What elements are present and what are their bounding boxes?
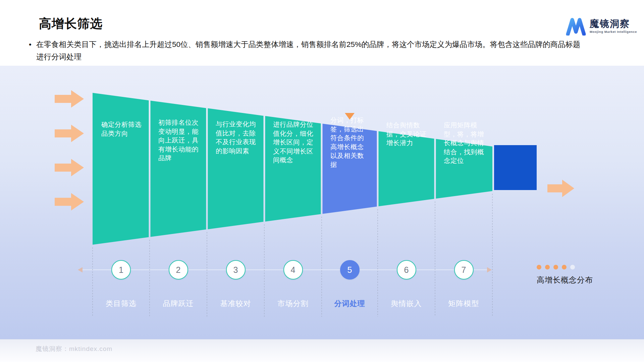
step-description-6: 结合舆情数据，交叉论证增长潜力 bbox=[386, 121, 427, 147]
step-description-7: 应用矩阵模型，将，将增长概念与舆情结合，找到概念定位 bbox=[444, 121, 484, 165]
step-circle-6: 6 bbox=[397, 260, 416, 280]
step-label-2: 品牌跃迁 bbox=[150, 299, 207, 309]
legend-dot-icon bbox=[562, 265, 567, 269]
input-arrow-icon bbox=[55, 159, 84, 176]
step-circle-4: 4 bbox=[283, 260, 303, 280]
legend-dot-icon bbox=[537, 265, 541, 269]
step-description-4: 进行品牌分位值化分，细化增长区间，定义不同增长区间概念 bbox=[273, 120, 314, 165]
step-label-3: 基准较对 bbox=[207, 299, 264, 309]
legend-dots bbox=[537, 265, 593, 270]
step-description-3: 与行业变化均值比对，去除不及行业表现的影响因素 bbox=[216, 120, 256, 155]
step-label-4: 市场分割 bbox=[265, 299, 322, 309]
concept-distribution-legend: 高增长概念分布 bbox=[537, 265, 593, 285]
step-circle-7: 7 bbox=[454, 260, 474, 280]
step-circle-3: 3 bbox=[226, 260, 246, 280]
legend-dot-icon bbox=[553, 265, 558, 269]
step-description-5: 分词，打标签，筛选出符合条件的高增长概念以及相关数据 bbox=[330, 116, 370, 169]
slide: 高增长筛选 • 在零食相关类目下，挑选出排名上升超过50位、销售额增速大于品类整… bbox=[0, 0, 644, 362]
step-label-5: 分词处理 bbox=[321, 299, 378, 309]
legend-dot-icon bbox=[545, 265, 550, 269]
step-description-2: 初筛排名位次变动明显，能向上跃迁，具有增长动能的品牌 bbox=[158, 118, 199, 163]
timeline-right-arrow-icon bbox=[487, 267, 492, 273]
output-arrow-icon bbox=[547, 180, 574, 197]
legend-label: 高增长概念分布 bbox=[537, 275, 593, 285]
step-circle-1: 1 bbox=[111, 260, 131, 280]
input-arrow-icon bbox=[55, 90, 84, 108]
step-label-6: 舆情嵌入 bbox=[378, 299, 435, 309]
input-arrow-icon bbox=[55, 193, 84, 210]
funnel-segment-1 bbox=[93, 93, 149, 245]
endpoint-square bbox=[494, 145, 537, 190]
step-circle-2: 2 bbox=[169, 260, 188, 280]
step-label-7: 矩阵模型 bbox=[435, 299, 492, 309]
timeline-left-arrow-icon bbox=[78, 267, 83, 273]
footer-credit: 魔镜洞察：mktindex.com bbox=[36, 345, 112, 353]
step-description-1: 确定分析筛选品类方向 bbox=[101, 120, 142, 138]
step-label-1: 类目筛选 bbox=[93, 299, 150, 309]
input-arrow-icon bbox=[55, 125, 84, 142]
step-circle-5: 5 bbox=[340, 260, 360, 280]
legend-dot-icon bbox=[570, 265, 575, 269]
